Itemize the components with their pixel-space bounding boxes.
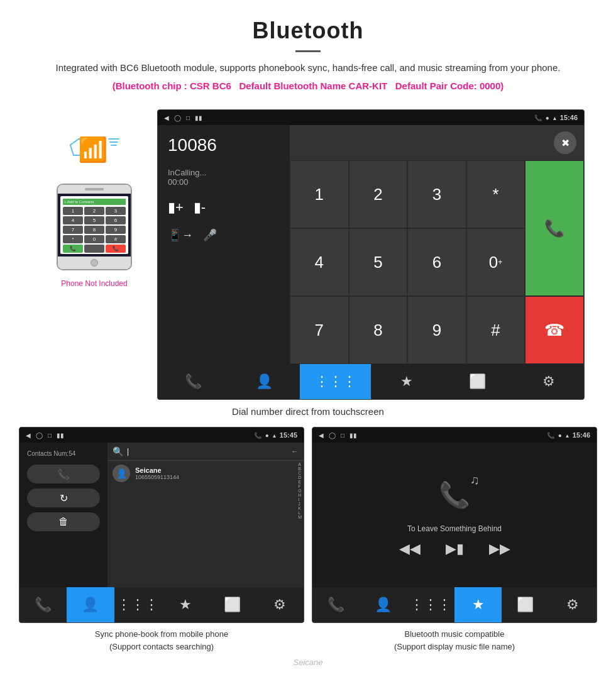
back-icon: ◀ [319, 432, 324, 439]
backspace-button[interactable]: ✖ [554, 131, 576, 154]
music-body: 📞 ♫ To Leave Something Behind ◀◀ ▶▮ ▶▶ [312, 443, 597, 587]
key-5[interactable]: 5 [349, 228, 408, 296]
bt-name: Default Bluetooth Name CAR-KIT [239, 80, 387, 91]
ctab-contacts[interactable]: 👤 [67, 587, 114, 622]
tab-transfer[interactable]: ⬜ [442, 364, 513, 399]
music-note-icon: ♫ [470, 473, 480, 487]
key-hash[interactable]: # [466, 296, 525, 364]
key-6[interactable]: 6 [407, 228, 466, 296]
next-track-button[interactable]: ▶▶ [489, 541, 510, 557]
key-0plus[interactable]: 0+ [466, 228, 525, 296]
contact-avatar: 👤 [113, 465, 130, 482]
call-action-btn[interactable]: 📞 [27, 465, 100, 483]
phone-icon-m: 📞 [547, 432, 554, 439]
delete-action-btn[interactable]: 🗑 [27, 512, 100, 531]
contacts-status-right: 📞 ● ▴ 15:45 [254, 431, 297, 439]
wifi-icon-sm: ▴ [273, 432, 276, 439]
list-item[interactable]: 👤 Seicane 10655059113144 [107, 461, 304, 486]
notif-icon: ▮▮ [349, 432, 357, 439]
tab-phone[interactable]: 📞 [158, 364, 229, 399]
phone-home-button[interactable] [91, 259, 98, 267]
key-3[interactable]: 3 [407, 160, 466, 228]
key-3: 3 [106, 207, 126, 215]
ctab-dialpad[interactable]: ⋮⋮⋮ [114, 587, 162, 622]
dial-tab-bar: 📞 👤 ⋮⋮⋮ ★ ⬜ ⚙ [158, 364, 584, 399]
search-icon: 🔍 [113, 446, 123, 456]
prev-track-button[interactable]: ◀◀ [399, 541, 421, 557]
tab-contacts[interactable]: 👤 [229, 364, 300, 399]
ctab-settings[interactable]: ⚙ [256, 587, 304, 622]
key-1[interactable]: 1 [290, 160, 349, 228]
contact-phone: 10655059113144 [135, 474, 179, 480]
search-row: 🔍 | ← [107, 443, 304, 461]
backspace-icon-sm[interactable]: ← [291, 447, 299, 456]
phone-screen-inner: + Add to Contacts 1 2 3 4 5 6 7 8 9 * 0 … [60, 196, 128, 254]
back-icon: ◀ [164, 114, 169, 121]
mic-icon[interactable]: 🎤 [203, 228, 217, 242]
call-button[interactable]: 📞 [525, 160, 584, 296]
mtab-settings[interactable]: ⚙ [549, 587, 597, 622]
transfer-icon[interactable]: 📱→ [168, 228, 193, 242]
volume-down-icon[interactable]: ▮- [194, 199, 206, 216]
mtab-bluetooth[interactable]: ★ [454, 587, 502, 622]
alphabet-strip: ABCDEFG HIJKLM [296, 461, 304, 587]
music-art: 📞 ♫ [429, 473, 480, 517]
key-6: 6 [106, 216, 126, 224]
key-2: 2 [84, 207, 104, 215]
contacts-status-left: ◀ ◯ □ ▮▮ [26, 432, 64, 439]
key-8[interactable]: 8 [349, 296, 408, 364]
contact-info: Seicane 10655059113144 [135, 466, 179, 480]
phone-speaker [85, 188, 104, 190]
tab-dialpad[interactable]: ⋮⋮⋮ [300, 364, 371, 399]
ctab-bluetooth[interactable]: ★ [162, 587, 209, 622]
phone-signal-icon: 📞 [534, 114, 542, 121]
play-pause-button[interactable]: ▶▮ [446, 541, 464, 557]
music-caption-line1: Bluetooth music compatible [312, 628, 597, 641]
key-2[interactable]: 2 [349, 160, 408, 228]
contacts-num-label: Contacts Num:54 [27, 450, 100, 457]
home-icon: ◯ [36, 432, 43, 439]
mtab-phone[interactable]: 📞 [312, 587, 360, 622]
main-section: ⬠ 📶 + Add to Contacts 1 2 [19, 109, 597, 400]
dial-left-panel: 10086 InCalling... 00:00 ▮+ ▮- 📱→ 🎤 [158, 125, 290, 364]
dial-extra-controls: 📱→ 🎤 [168, 228, 280, 242]
phone-aside: ⬠ 📶 + Add to Contacts 1 2 [31, 109, 157, 288]
end-call-button[interactable]: ☎ [525, 296, 584, 364]
music-clock: 15:46 [573, 431, 590, 439]
dial-status-bar: ◀ ◯ □ ▮▮ 📞 ● ▴ 15:46 [158, 110, 584, 125]
ctab-transfer[interactable]: ⬜ [209, 587, 256, 622]
mtab-contacts[interactable]: 👤 [360, 587, 407, 622]
dial-caption: Dial number direct from touchscreen [0, 406, 616, 417]
key-star[interactable]: * [466, 160, 525, 228]
phone-screen: + Add to Contacts 1 2 3 4 5 6 7 8 9 * 0 … [58, 194, 131, 256]
key-4: 4 [63, 216, 83, 224]
ctab-phone[interactable]: 📞 [19, 587, 67, 622]
key-4[interactable]: 4 [290, 228, 349, 296]
bt-chip: (Bluetooth chip : CSR BC6 [113, 80, 231, 91]
mtab-dialpad[interactable]: ⋮⋮⋮ [407, 587, 454, 622]
signal-arcs [108, 138, 119, 146]
bottom-screens: ◀ ◯ □ ▮▮ 📞 ● ▴ 15:45 Contacts Num:54 📞 [19, 427, 597, 653]
volume-up-icon[interactable]: ▮+ [168, 199, 184, 216]
add-contacts-label: + Add to Contacts [63, 199, 126, 205]
sync-action-btn[interactable]: ↻ [27, 488, 100, 507]
key-7[interactable]: 7 [290, 296, 349, 364]
status-left-icons: ◀ ◯ □ ▮▮ [164, 114, 202, 121]
key-1: 1 [63, 207, 83, 215]
dial-timer: 00:00 [168, 177, 280, 187]
tab-settings[interactable]: ⚙ [513, 364, 584, 399]
music-tab-bar: 📞 👤 ⋮⋮⋮ ★ ⬜ ⚙ [312, 587, 597, 622]
tab-bluetooth[interactable]: ★ [371, 364, 442, 399]
bt-letter: 📶 [78, 136, 107, 163]
back-icon: ◀ [26, 432, 31, 439]
key-9[interactable]: 9 [407, 296, 466, 364]
music-song-title: To Leave Something Behind [407, 524, 502, 533]
music-phone-icon: 📞 [439, 480, 470, 510]
dial-input-row: ✖ [290, 125, 584, 160]
numpad-grid: 1 2 3 * 📞 4 5 6 0+ 7 8 9 # [290, 160, 584, 364]
bluetooth-signal-graphic: ⬠ 📶 [69, 135, 119, 179]
dial-number: 10086 [168, 135, 280, 155]
mtab-transfer[interactable]: ⬜ [502, 587, 549, 622]
key-end: 📞 [106, 245, 126, 253]
key-0: 0 [84, 235, 104, 243]
